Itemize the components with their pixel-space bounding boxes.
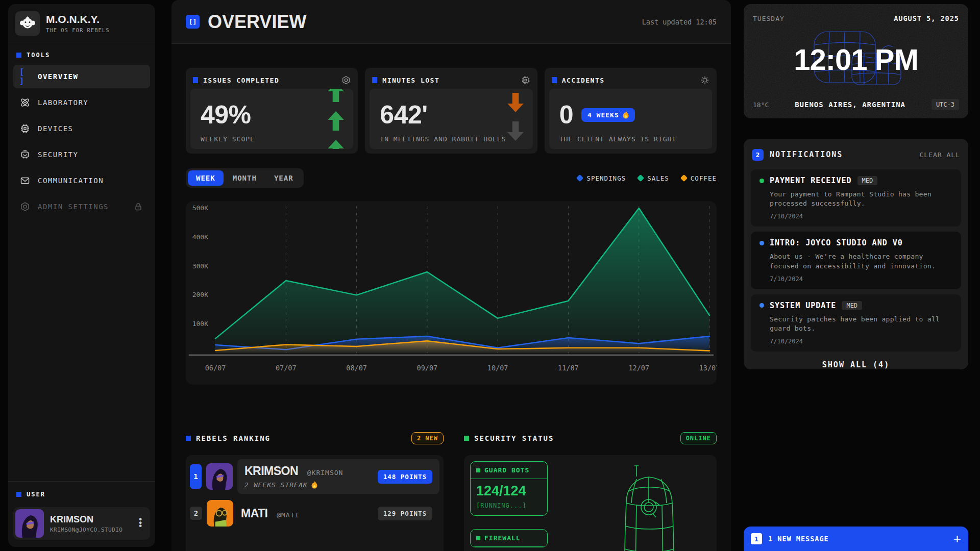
green-marker-icon <box>476 468 480 472</box>
notification-body: Security patches have been applied to al… <box>770 315 952 333</box>
gear-icon[interactable] <box>700 76 709 85</box>
legend-spendings[interactable]: SPENDINGS <box>577 174 626 182</box>
tools-section-label: TOOLS <box>27 52 50 59</box>
section-marker-icon <box>186 436 191 441</box>
notification-system-update[interactable]: SYSTEM UPDATE MED Security patches have … <box>751 294 961 352</box>
chip-icon <box>19 123 31 134</box>
ranking-row-2[interactable]: 2 MATI @MATI <box>190 500 439 527</box>
notification-title: SYSTEM UPDATE <box>770 301 836 310</box>
sidebar-item-label: OVERVIEW <box>38 72 78 81</box>
brand: M.O.N.K.Y. THE OS FOR REBELS <box>8 4 155 42</box>
sidebar-spacer <box>8 218 155 481</box>
mail-icon <box>19 176 31 186</box>
stat-value: 49% <box>201 102 343 128</box>
legend-coffee[interactable]: COFFEE <box>681 174 717 182</box>
stat-sub: WEEKLY SCOPE <box>201 135 255 143</box>
stat-label: MINUTES LOST <box>382 77 439 84</box>
legend-sales[interactable]: SALES <box>638 174 669 182</box>
rank-badge: 2 <box>190 507 202 520</box>
rebel-name: KRIMSON <box>244 464 298 478</box>
kebab-menu-icon[interactable]: ••• <box>133 518 148 528</box>
notification-intro-joyco[interactable]: INTRO: JOYCO STUDIO AND V0 About us - We… <box>751 232 961 289</box>
chart-legend: SPENDINGS SALES COFFEE <box>577 174 717 182</box>
sidebar-item-security[interactable]: SECURITY <box>13 143 150 166</box>
rebel-handle: @MATI <box>277 511 299 519</box>
card-marker-icon <box>552 77 557 83</box>
ranking-row-1[interactable]: 1 KRIMSON @K <box>190 459 439 494</box>
ranking-title: REBELS RANKING <box>196 434 271 442</box>
sidebar-item-devices[interactable]: DEVICES <box>13 117 150 140</box>
bottom-row: REBELS RANKING 2 NEW 1 <box>186 431 717 551</box>
last-updated: Last updated 12:05 <box>642 18 717 26</box>
brand-title: M.O.N.K.Y. <box>46 14 109 25</box>
main-header: [] OVERVIEW Last updated 12:05 <box>172 0 731 44</box>
hex-nut-icon <box>19 202 31 212</box>
notification-date: 7/10/2024 <box>770 338 952 345</box>
diamond-icon <box>680 174 688 182</box>
trend-up-arrows-icon <box>327 89 345 149</box>
monkey-logo-icon <box>15 11 40 36</box>
notification-body: Your payment to Rampant Studio has been … <box>770 190 952 208</box>
user-card[interactable]: KRIMSON KRIMSON@JOYCO.STUDIO ••• <box>13 507 150 540</box>
rebel-name: MATI <box>241 507 268 520</box>
rebel-streak: 2 WEEKS STREAK <box>244 481 308 489</box>
guard-bots-label: GUARD BOTS <box>484 466 529 474</box>
tab-month[interactable]: MONTH <box>225 170 265 186</box>
security-title: SECURITY STATUS <box>474 434 554 442</box>
guard-robot-art <box>617 462 683 551</box>
guard-bots-box: GUARD BOTS 124/124 [RUNNING...] <box>470 461 548 516</box>
notifications-panel: 2 NOTIFICATIONS CLEAR ALL PAYMENT RECEIV… <box>744 139 968 369</box>
chip-icon[interactable] <box>521 76 530 85</box>
page-title: OVERVIEW <box>208 11 306 33</box>
brand-text: M.O.N.K.Y. THE OS FOR REBELS <box>46 14 109 33</box>
svg-text:08/07: 08/07 <box>346 364 367 372</box>
robot-icon <box>19 149 31 160</box>
flame-icon <box>311 481 317 489</box>
notification-payment-received[interactable]: PAYMENT RECEIVED MED Your payment to Ram… <box>751 169 961 227</box>
sidebar-item-laboratory[interactable]: LABORATORY <box>13 91 150 114</box>
stat-sub: IN MEETINGS AND RABBIT HOLES <box>380 135 506 143</box>
sidebar-item-label: DEVICES <box>38 124 74 133</box>
plus-icon[interactable]: + <box>953 532 961 545</box>
stat-value: 642' <box>380 102 522 128</box>
clock-day: TUESDAY <box>753 15 785 22</box>
sidebar-item-overview[interactable]: [ ] OVERVIEW <box>13 65 150 88</box>
rebels-ranking-section: REBELS RANKING 2 NEW 1 <box>186 431 444 551</box>
sidebar-item-communication[interactable]: COMMUNICATION <box>13 169 150 192</box>
stat-label: ACCIDENTS <box>562 77 605 84</box>
overview-brackets-icon: [] <box>186 15 200 29</box>
sidebar-item-label: ADMIN SETTINGS <box>38 203 109 211</box>
svg-text:09/07: 09/07 <box>417 364 438 372</box>
user-section-label: USER <box>27 491 45 498</box>
svg-text:12/07: 12/07 <box>628 364 649 372</box>
section-marker-icon <box>16 53 21 58</box>
hex-nut-icon[interactable] <box>341 76 351 85</box>
notification-date: 7/10/2024 <box>770 213 952 220</box>
user-section-header: USER <box>8 482 155 503</box>
brackets-icon: [ ] <box>19 67 31 86</box>
dashboard-page: M.O.N.K.Y. THE OS FOR REBELS TOOLS [ ] O… <box>0 0 980 551</box>
sidebar-item-label: COMMUNICATION <box>38 177 104 185</box>
severity-badge: MED <box>857 176 878 185</box>
sidebar-item-admin-settings[interactable]: ADMIN SETTINGS <box>13 195 150 218</box>
new-message-bar[interactable]: 1 1 NEW MESSAGE + <box>744 527 968 551</box>
sidebar: M.O.N.K.Y. THE OS FOR REBELS TOOLS [ ] O… <box>8 4 155 547</box>
legend-label: SPENDINGS <box>586 174 626 182</box>
firewall-label: FIREWALL <box>484 534 521 542</box>
notification-body: About us - We're a healthcare company fo… <box>770 252 952 270</box>
user-info: KRIMSON KRIMSON@JOYCO.STUDIO <box>44 514 133 533</box>
diamond-icon <box>576 174 583 182</box>
status-dot-icon <box>760 179 764 183</box>
clock-date: AUGUST 5, 2025 <box>894 14 959 22</box>
stats-row: ISSUES COMPLETED 49% WEEKLY SCOPE <box>186 68 717 154</box>
clear-all-button[interactable]: CLEAR ALL <box>920 151 960 159</box>
lock-icon <box>133 202 144 211</box>
points-badge: 148 POINTS <box>378 470 432 484</box>
show-all-button[interactable]: SHOW ALL (4) <box>751 352 961 369</box>
tab-week[interactable]: WEEK <box>188 170 224 186</box>
main-content: [] OVERVIEW Last updated 12:05 ISSUES CO… <box>172 0 731 551</box>
svg-text:500K: 500K <box>192 204 208 212</box>
tab-year[interactable]: YEAR <box>266 170 302 186</box>
notification-title: PAYMENT RECEIVED <box>770 176 852 185</box>
user-name: KRIMSON <box>50 514 133 525</box>
